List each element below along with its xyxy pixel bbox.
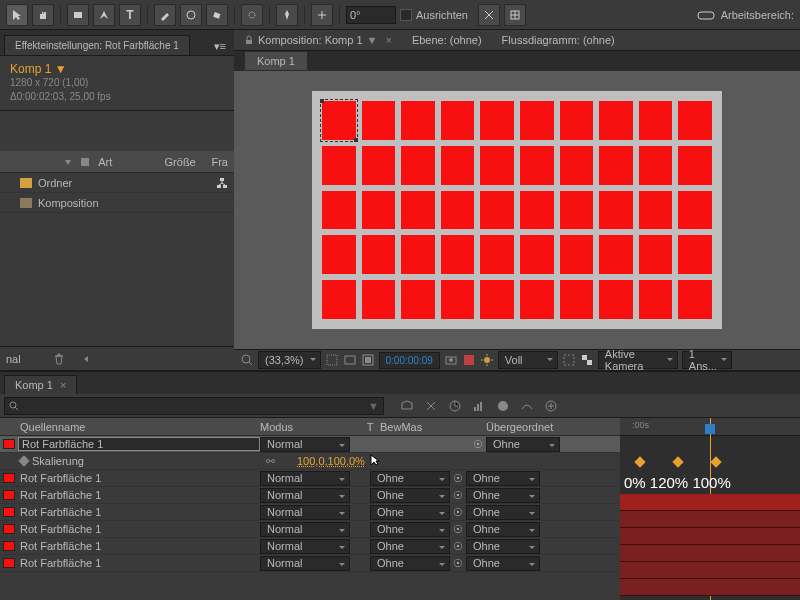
solid-layer[interactable] bbox=[678, 146, 712, 185]
trackmatte-dropdown[interactable]: Ohne bbox=[370, 488, 450, 503]
mode-dropdown[interactable]: Normal bbox=[260, 471, 350, 486]
color-chip[interactable] bbox=[3, 541, 15, 551]
solid-layer[interactable] bbox=[401, 101, 435, 140]
layer-bar[interactable] bbox=[620, 494, 800, 511]
close-icon[interactable]: × bbox=[60, 379, 66, 391]
col-bewmas[interactable]: BewMas bbox=[380, 421, 480, 433]
layer-row[interactable]: Rot Farbfläche 1 Normal Ohne ☉ Ohne bbox=[0, 504, 620, 521]
pin-tool[interactable] bbox=[276, 4, 298, 26]
snap-icon[interactable] bbox=[478, 4, 500, 26]
layer-row[interactable]: Rot Farbfläche 1 Normal ☉ Ohne bbox=[0, 436, 620, 453]
property-value[interactable]: 100,0,100,0% bbox=[275, 455, 365, 467]
solid-layer[interactable] bbox=[560, 235, 594, 274]
close-icon[interactable]: × bbox=[385, 34, 391, 46]
solid-layer[interactable] bbox=[678, 101, 712, 140]
region-icon[interactable] bbox=[562, 353, 576, 367]
layer-name[interactable]: Rot Farbfläche 1 bbox=[18, 523, 260, 535]
arrow-tool[interactable] bbox=[6, 4, 28, 26]
mask-icon[interactable] bbox=[361, 353, 375, 367]
timeline-tab[interactable]: Komp 1 × bbox=[4, 375, 77, 394]
camera-dropdown[interactable]: Aktive Kamera bbox=[598, 351, 678, 369]
effect-tab[interactable]: Effekteinstellungen: Rot Farbfläche 1 bbox=[4, 35, 190, 55]
col-track-matte[interactable]: T bbox=[360, 421, 380, 433]
solid-layer[interactable] bbox=[599, 280, 633, 319]
solid-layer[interactable] bbox=[520, 280, 554, 319]
flowchart-icon[interactable] bbox=[216, 177, 228, 189]
pickwhip-icon[interactable]: ☉ bbox=[470, 438, 486, 451]
mode-dropdown[interactable]: Normal bbox=[260, 488, 350, 503]
layer-name[interactable]: Rot Farbfläche 1 bbox=[18, 472, 260, 484]
pickwhip-icon[interactable]: ☉ bbox=[450, 472, 466, 485]
comp-name[interactable]: Komp 1 ▼ bbox=[10, 62, 224, 76]
color-chip[interactable] bbox=[3, 558, 15, 568]
keyframe-marker[interactable] bbox=[710, 456, 721, 467]
trackmatte-dropdown[interactable]: Ohne bbox=[370, 505, 450, 520]
panel-menu-icon[interactable]: ▾≡ bbox=[210, 38, 230, 55]
parent-dropdown[interactable]: Ohne bbox=[486, 437, 560, 452]
shy-icon[interactable] bbox=[398, 397, 416, 415]
layer-bar[interactable] bbox=[620, 511, 800, 528]
parent-dropdown[interactable]: Ohne bbox=[466, 556, 540, 571]
col-source-name[interactable]: Quellenname bbox=[0, 421, 260, 433]
solid-layer[interactable] bbox=[520, 146, 554, 185]
viewer-tab-layer[interactable]: Ebene: (ohne) bbox=[412, 34, 482, 46]
solid-layer[interactable] bbox=[560, 191, 594, 230]
trackmatte-dropdown[interactable]: Ohne bbox=[370, 522, 450, 537]
channel-icon[interactable] bbox=[462, 353, 476, 367]
solid-layer[interactable] bbox=[322, 235, 356, 274]
parent-dropdown[interactable]: Ohne bbox=[466, 522, 540, 537]
frame-blend-icon[interactable] bbox=[422, 397, 440, 415]
solid-layer[interactable] bbox=[639, 146, 673, 185]
project-item-comp[interactable]: Komposition bbox=[0, 193, 234, 213]
snapshot-icon[interactable] bbox=[444, 353, 458, 367]
solid-layer[interactable] bbox=[322, 101, 356, 140]
mode-dropdown[interactable]: Normal bbox=[260, 522, 350, 537]
solid-layer[interactable] bbox=[441, 235, 475, 274]
parent-dropdown[interactable]: Ohne bbox=[466, 539, 540, 554]
col-parent[interactable]: Übergeordnet bbox=[480, 421, 590, 433]
rotobrush-tool[interactable] bbox=[241, 4, 263, 26]
solid-layer[interactable] bbox=[639, 101, 673, 140]
solid-layer[interactable] bbox=[322, 146, 356, 185]
solid-layer[interactable] bbox=[441, 101, 475, 140]
layer-name[interactable]: Rot Farbfläche 1 bbox=[18, 489, 260, 501]
transparency-icon[interactable] bbox=[580, 353, 594, 367]
quality-dropdown[interactable]: Voll bbox=[498, 351, 558, 369]
sort-arrow-icon[interactable] bbox=[63, 157, 73, 167]
viewer-tab-flow[interactable]: Flussdiagramm: (ohne) bbox=[502, 34, 615, 46]
solid-layer[interactable] bbox=[441, 146, 475, 185]
solid-layer[interactable] bbox=[560, 280, 594, 319]
views-dropdown[interactable]: 1 Ans... bbox=[682, 351, 732, 369]
trackmatte-dropdown[interactable]: Ohne bbox=[370, 471, 450, 486]
property-row[interactable]: Skalierung ⚯ 100,0,100,0% bbox=[0, 453, 620, 470]
solid-layer[interactable] bbox=[678, 191, 712, 230]
solid-layer[interactable] bbox=[639, 191, 673, 230]
col-mode[interactable]: Modus bbox=[260, 421, 360, 433]
layer-name[interactable]: Rot Farbfläche 1 bbox=[18, 437, 260, 451]
mode-dropdown[interactable]: Normal bbox=[260, 437, 350, 452]
add-icon[interactable] bbox=[542, 397, 560, 415]
layer-row[interactable]: Rot Farbfläche 1 Normal Ohne ☉ Ohne bbox=[0, 470, 620, 487]
solid-layer[interactable] bbox=[401, 235, 435, 274]
solid-layer[interactable] bbox=[362, 280, 396, 319]
solid-layer[interactable] bbox=[599, 191, 633, 230]
zoom-dropdown[interactable]: (33,3%) bbox=[258, 351, 321, 369]
solid-layer[interactable] bbox=[599, 146, 633, 185]
trash-icon[interactable] bbox=[53, 353, 65, 365]
color-chip[interactable] bbox=[3, 439, 15, 449]
composition-canvas[interactable] bbox=[312, 91, 722, 329]
layer-row[interactable]: Rot Farbfläche 1 Normal Ohne ☉ Ohne bbox=[0, 555, 620, 572]
solid-layer[interactable] bbox=[678, 235, 712, 274]
parent-dropdown[interactable]: Ohne bbox=[466, 471, 540, 486]
solid-layer[interactable] bbox=[480, 280, 514, 319]
solid-layer[interactable] bbox=[362, 101, 396, 140]
col-art[interactable]: Art bbox=[98, 156, 156, 168]
solid-layer[interactable] bbox=[322, 280, 356, 319]
pickwhip-icon[interactable]: ☉ bbox=[450, 489, 466, 502]
solid-layer[interactable] bbox=[520, 235, 554, 274]
pickwhip-icon[interactable]: ☉ bbox=[450, 523, 466, 536]
solid-layer[interactable] bbox=[520, 101, 554, 140]
resolution-icon[interactable] bbox=[325, 353, 339, 367]
viewer-tab-comp[interactable]: Komposition: Komp 1 ▼ × bbox=[244, 34, 392, 46]
tag-icon[interactable] bbox=[80, 157, 90, 167]
